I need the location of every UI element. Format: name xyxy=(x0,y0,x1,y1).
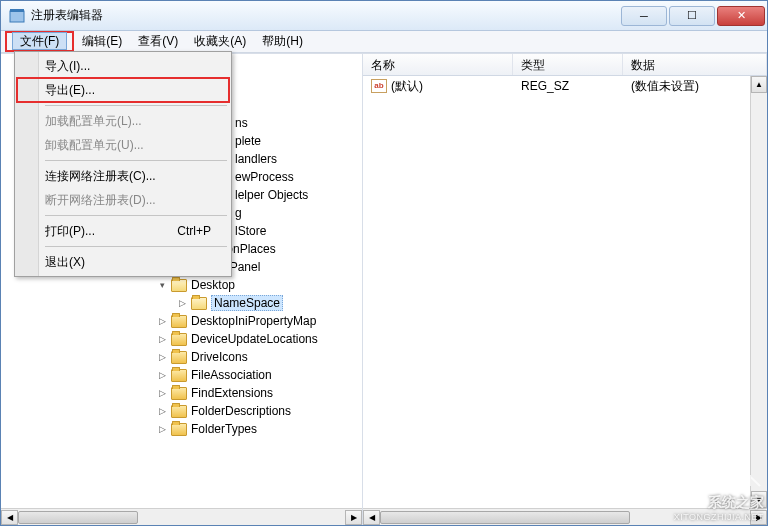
col-data[interactable]: 数据 xyxy=(623,54,767,75)
menu-print-label: 打印(P)... xyxy=(45,223,95,240)
regedit-icon xyxy=(9,8,25,24)
window-title: 注册表编辑器 xyxy=(31,7,619,24)
folder-icon xyxy=(171,279,187,292)
tree-label[interactable]: DesktopIniPropertyMap xyxy=(191,314,316,328)
tree-row[interactable]: ▷NameSpace xyxy=(1,294,362,312)
minimize-button[interactable]: ─ xyxy=(621,6,667,26)
folder-icon xyxy=(171,387,187,400)
tree-label[interactable]: FindExtensions xyxy=(191,386,273,400)
folder-icon xyxy=(171,423,187,436)
expand-toggle-icon[interactable]: ▷ xyxy=(157,352,168,363)
menu-file[interactable]: 文件(F) xyxy=(12,32,67,50)
tree-hscrollbar[interactable]: ◀ ▶ xyxy=(1,508,362,525)
menu-import[interactable]: 导入(I)... xyxy=(17,54,229,78)
tree-label[interactable]: NameSpace xyxy=(211,295,283,311)
menu-exit[interactable]: 退出(X) xyxy=(17,250,229,274)
tree-row[interactable]: ▷DeviceUpdateLocations xyxy=(1,330,362,348)
list-body[interactable]: ab(默认)REG_SZ(数值未设置) xyxy=(363,76,750,508)
list-scroll-thumb[interactable] xyxy=(380,511,630,524)
folder-icon xyxy=(191,297,207,310)
tree-row[interactable]: ▷DesktopIniPropertyMap xyxy=(1,312,362,330)
maximize-button[interactable]: ☐ xyxy=(669,6,715,26)
expand-toggle-icon[interactable]: ▾ xyxy=(157,280,168,291)
menu-edit[interactable]: 编辑(E) xyxy=(74,31,130,52)
folder-icon xyxy=(171,369,187,382)
folder-icon xyxy=(171,333,187,346)
svg-rect-0 xyxy=(10,11,24,22)
vscroll-track[interactable] xyxy=(751,93,767,491)
scroll-up-button[interactable]: ▲ xyxy=(751,76,767,93)
cell-type: REG_SZ xyxy=(513,79,623,93)
list-vscrollbar[interactable]: ▲ ▼ xyxy=(750,76,767,508)
svg-rect-1 xyxy=(10,9,24,12)
expand-toggle-icon[interactable]: ▷ xyxy=(177,298,188,309)
close-button[interactable]: ✕ xyxy=(717,6,765,26)
expand-toggle-icon[interactable]: ▷ xyxy=(157,406,168,417)
highlight-file-menu: 文件(F) xyxy=(5,31,74,52)
menu-load-hive: 加载配置单元(L)... xyxy=(17,109,229,133)
list-row[interactable]: ab(默认)REG_SZ(数值未设置) xyxy=(363,76,750,94)
tree-row[interactable]: ▷FindExtensions xyxy=(1,384,362,402)
scroll-thumb[interactable] xyxy=(18,511,138,524)
cell-name: ab(默认) xyxy=(363,78,513,95)
tree-row[interactable]: ▷FileAssociation xyxy=(1,366,362,384)
list-header: 名称 类型 数据 xyxy=(363,54,767,76)
list-scroll-left[interactable]: ◀ xyxy=(363,510,380,525)
separator xyxy=(45,246,227,247)
scroll-right-button[interactable]: ▶ xyxy=(345,510,362,525)
file-menu-dropdown: 导入(I)... 导出(E)... 加载配置单元(L)... 卸载配置单元(U)… xyxy=(14,51,232,277)
expand-toggle-icon[interactable]: ▷ xyxy=(157,316,168,327)
menu-print-shortcut: Ctrl+P xyxy=(177,224,211,238)
expand-toggle-icon[interactable]: ▷ xyxy=(157,424,168,435)
tree-label[interactable]: FolderDescriptions xyxy=(191,404,291,418)
menu-disconnect: 断开网络注册表(D)... xyxy=(17,188,229,212)
folder-icon xyxy=(171,405,187,418)
cell-data: (数值未设置) xyxy=(623,78,750,95)
tree-row[interactable]: ▷FolderTypes xyxy=(1,420,362,438)
menu-unload-hive: 卸载配置单元(U)... xyxy=(17,133,229,157)
menu-help[interactable]: 帮助(H) xyxy=(254,31,311,52)
value-name: (默认) xyxy=(391,79,423,93)
string-value-icon: ab xyxy=(371,79,387,93)
menu-export[interactable]: 导出(E)... xyxy=(17,78,229,102)
menu-connect[interactable]: 连接网络注册表(C)... xyxy=(17,164,229,188)
folder-icon xyxy=(171,315,187,328)
menu-view[interactable]: 查看(V) xyxy=(130,31,186,52)
tree-label[interactable]: Desktop xyxy=(191,278,235,292)
scroll-left-button[interactable]: ◀ xyxy=(1,510,18,525)
list-scroll-right[interactable]: ▶ xyxy=(750,510,767,525)
titlebar[interactable]: 注册表编辑器 ─ ☐ ✕ xyxy=(1,1,767,31)
window-controls: ─ ☐ ✕ xyxy=(619,6,765,26)
col-name[interactable]: 名称 xyxy=(363,54,513,75)
list-panel: 名称 类型 数据 ab(默认)REG_SZ(数值未设置) ▲ ▼ ◀ ▶ xyxy=(363,54,767,525)
list-hscrollbar[interactable]: ◀ ▶ xyxy=(363,508,767,525)
scroll-down-button[interactable]: ▼ xyxy=(751,491,767,508)
expand-toggle-icon[interactable]: ▷ xyxy=(157,370,168,381)
tree-label[interactable]: FolderTypes xyxy=(191,422,257,436)
tree-row[interactable]: ▷DriveIcons xyxy=(1,348,362,366)
list-scroll-track[interactable] xyxy=(380,510,750,525)
scroll-track[interactable] xyxy=(18,510,345,525)
menubar: 文件(F) 编辑(E) 查看(V) 收藏夹(A) 帮助(H) xyxy=(1,31,767,53)
separator xyxy=(45,105,227,106)
menu-favorites[interactable]: 收藏夹(A) xyxy=(186,31,254,52)
expand-toggle-icon[interactable]: ▷ xyxy=(157,334,168,345)
menu-print[interactable]: 打印(P)... Ctrl+P xyxy=(17,219,229,243)
expand-toggle-icon[interactable]: ▷ xyxy=(157,388,168,399)
tree-row[interactable]: ▾Desktop xyxy=(1,276,362,294)
col-type[interactable]: 类型 xyxy=(513,54,623,75)
tree-label[interactable]: FileAssociation xyxy=(191,368,272,382)
separator xyxy=(45,215,227,216)
tree-label[interactable]: DriveIcons xyxy=(191,350,248,364)
tree-label[interactable]: DeviceUpdateLocations xyxy=(191,332,318,346)
tree-row[interactable]: ▷FolderDescriptions xyxy=(1,402,362,420)
folder-icon xyxy=(171,351,187,364)
separator xyxy=(45,160,227,161)
